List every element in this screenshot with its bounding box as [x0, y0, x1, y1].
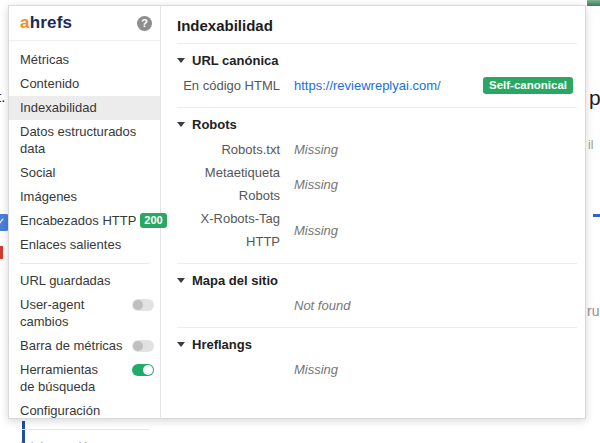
sidebar-item-label: Encabezados HTTP — [20, 212, 136, 229]
page-title: Indexabilidad — [161, 6, 585, 43]
sidebar-item-metricas[interactable]: Métricas — [9, 48, 160, 72]
sidebar-item-label: Enlaces salientes — [20, 236, 154, 253]
meta-robots-row: Metaetiqueta Robots Missing — [177, 161, 573, 207]
section-title: Robots — [192, 117, 237, 132]
sidebar-item-label: Imágenes — [20, 188, 154, 205]
main-panel: Indexabilidad URL canónica En código HTM… — [161, 6, 585, 418]
sidebar-item-label: Indexabilidad — [20, 99, 154, 116]
ahrefs-logo[interactable]: ahrefs — [20, 13, 72, 33]
sign-in-link[interactable]: Iniciar sesión — [9, 435, 160, 443]
sidebar-item-configuracion[interactable]: Configuración — [9, 399, 160, 423]
sidebar-item-label: Barra de métricas — [20, 337, 132, 354]
section-mapa-del-sitio: Mapa del sitio Not found — [161, 264, 585, 327]
chevron-down-icon — [177, 122, 185, 127]
search-tools-toggle[interactable] — [132, 364, 154, 376]
toggle-knob — [133, 341, 143, 351]
section-title: URL canónica — [192, 53, 278, 68]
section-header-hreflangs[interactable]: Hreflangs — [177, 337, 573, 352]
robots-txt-row: Robots.txt Missing — [177, 138, 573, 161]
sidebar-item-social[interactable]: Social — [9, 161, 160, 185]
row-label: En código HTML — [177, 74, 280, 97]
background-text-fragment: ru — [587, 303, 599, 319]
sidebar-item-indexabilidad[interactable]: Indexabilidad — [9, 96, 160, 120]
background-text-fragment: p — [589, 86, 600, 110]
section-header-url-canonica[interactable]: URL canónica — [177, 53, 573, 68]
section-url-canonica: URL canónica En código HTML https://revi… — [161, 44, 585, 107]
sidebar-item-label: URL guardadas — [20, 272, 154, 289]
row-value: Missing — [294, 219, 338, 242]
sidebar-item-enlaces-salientes[interactable]: Enlaces salientes — [9, 233, 160, 257]
section-hreflangs: Hreflangs Missing — [161, 328, 585, 391]
sidebar-item-label: User-agent cambios — [20, 296, 132, 330]
background-text-fragment: t. — [0, 88, 5, 105]
sidebar-divider — [20, 263, 149, 264]
logo-rest: hrefs — [30, 13, 73, 32]
canonical-row: En código HTML https://reviewreplyai.com… — [177, 74, 573, 97]
sidebar-item-barra-de-metricas[interactable]: Barra de métricas — [9, 334, 160, 358]
sidebar: ahrefs ? Métricas Contenido Indexabilida… — [9, 6, 161, 418]
sidebar-header: ahrefs ? — [9, 6, 160, 41]
section-robots: Robots Robots.txt Missing Metaetiqueta R… — [161, 108, 585, 263]
chevron-down-icon — [177, 58, 185, 63]
hreflangs-value: Missing — [294, 358, 573, 381]
sidebar-item-label: Herramientas de búsqueda — [20, 361, 116, 395]
sidebar-item-contenido[interactable]: Contenido — [9, 72, 160, 96]
background-red-fragment — [0, 246, 3, 259]
sidebar-item-label: Social — [20, 164, 154, 181]
sidebar-item-herramientas-de-busqueda[interactable]: Herramientas de búsqueda — [9, 358, 160, 399]
canonical-url-link[interactable]: https://reviewreplyai.com/ — [294, 74, 441, 97]
chevron-down-icon — [177, 342, 185, 347]
section-header-robots[interactable]: Robots — [177, 117, 573, 132]
section-header-mapa-del-sitio[interactable]: Mapa del sitio — [177, 273, 573, 288]
ahrefs-extension-popup: ahrefs ? Métricas Contenido Indexabilida… — [8, 5, 586, 419]
background-text-fragment: il — [588, 138, 593, 152]
row-label: Metaetiqueta Robots — [177, 161, 280, 207]
sidebar-item-encabezados-http[interactable]: Encabezados HTTP 200 — [9, 209, 160, 233]
chevron-down-icon — [177, 278, 185, 283]
toggle-knob — [143, 365, 153, 375]
sidebar-nav: Métricas Contenido Indexabilidad Datos e… — [9, 41, 160, 443]
self-canonical-badge: Self-canonical — [483, 77, 573, 94]
sidebar-divider — [20, 429, 149, 430]
sidebar-item-label: Contenido — [20, 75, 154, 92]
sidebar-item-label: Configuración — [20, 402, 154, 419]
user-agent-toggle[interactable] — [132, 299, 154, 311]
sidebar-item-label: Métricas — [20, 51, 154, 68]
metrics-bar-toggle[interactable] — [132, 340, 154, 352]
background-green-bar — [587, 0, 600, 6]
section-title: Hreflangs — [192, 337, 252, 352]
row-label: Robots.txt — [177, 138, 280, 161]
section-title: Mapa del sitio — [192, 273, 278, 288]
sidebar-item-datos-estructurados[interactable]: Datos estructurados data — [9, 120, 160, 161]
sidebar-item-url-guardadas[interactable]: URL guardadas — [9, 269, 160, 293]
row-label: X-Robots-Tag HTTP — [177, 207, 280, 253]
sidebar-item-imagenes[interactable]: Imágenes — [9, 185, 160, 209]
x-robots-tag-row: X-Robots-Tag HTTP Missing — [177, 207, 573, 253]
sidebar-item-user-agent-cambios[interactable]: User-agent cambios — [9, 293, 160, 334]
toggle-knob — [133, 300, 143, 310]
row-value: Missing — [294, 138, 338, 161]
logo-letter-a: a — [20, 13, 30, 32]
sidebar-item-label: Datos estructurados data — [20, 123, 154, 157]
background-blue-line — [593, 214, 600, 217]
sitemap-value: Not found — [294, 294, 573, 317]
row-value: Missing — [294, 173, 338, 196]
help-icon[interactable]: ? — [137, 16, 152, 31]
